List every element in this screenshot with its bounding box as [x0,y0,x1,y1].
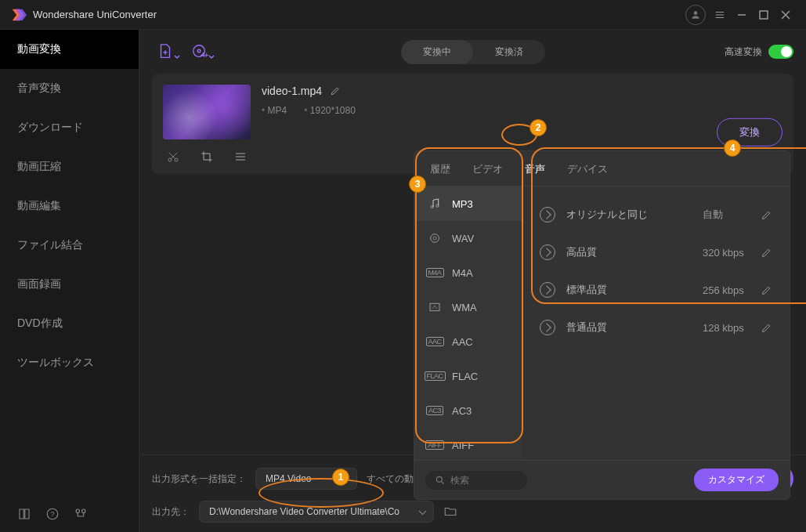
format-tabs: 履歴 ビデオ 音声 デバイス [414,151,790,186]
search-icon [435,475,446,486]
m4a-icon: M4A [427,266,443,279]
sidebar-item-video-convert[interactable]: 動画変換 [0,30,139,69]
edit-icon[interactable] [761,284,772,296]
svg-point-17 [436,476,442,482]
fast-convert-label: 高速変換 [725,45,762,59]
svg-point-0 [694,11,698,15]
app-title: Wondershare UniConverter [33,9,685,20]
quality-original[interactable]: オリジナルと同じ自動 [537,196,775,233]
help-icon[interactable]: ? [45,507,60,521]
format-aac[interactable]: AACAAC [414,324,522,359]
video-resolution: 1920*1080 [304,105,356,116]
sidebar-item-video-edit[interactable]: 動画編集 [0,186,139,226]
titlebar: Wondershare UniConverter [0,0,806,30]
play-circle-icon [540,282,555,298]
format-search[interactable] [425,471,527,490]
edit-icon[interactable] [761,209,772,221]
minimize-icon[interactable] [731,4,753,26]
aiff-icon: AIFF [427,439,443,451]
format-tab-history[interactable]: 履歴 [428,159,452,179]
share-icon[interactable] [74,507,88,521]
format-wav[interactable]: WAV [414,221,522,255]
video-info: video-1.mp4 MP4 1920*1080 [262,85,356,116]
format-footer: カスタマイズ [414,460,790,499]
convert-button[interactable]: 変換 [717,118,783,147]
wma-icon [427,301,443,313]
music-note-icon [427,197,443,210]
quality-list: オリジナルと同じ自動 高品質320 kbps 標準品質256 kbps 普通品質… [522,186,790,460]
menu-icon[interactable] [709,4,731,26]
sidebar-item-screen-record[interactable]: 画面録画 [0,265,139,304]
output-dir-label: 出力先： [152,505,190,519]
svg-point-14 [431,234,439,243]
quality-high[interactable]: 高品質320 kbps [537,233,775,271]
format-list: MP3 WAV M4AM4A WMA AACAAC FLACFLAC AC3AC… [414,186,522,460]
output-format-label: 出力形式を一括指定： [152,472,246,486]
sidebar-item-dvd[interactable]: DVD作成 [0,304,139,343]
sidebar: 動画変換 音声変換 ダウンロード 動画圧縮 動画編集 ファイル結合 画面録画 D… [0,30,139,532]
disc-icon [427,232,443,244]
svg-point-8 [197,49,201,52]
content: + 変換中 変換済 高速変換 [139,30,806,532]
tab-converted[interactable]: 変換済 [473,40,545,64]
edit-icon[interactable] [761,247,772,259]
output-format-select[interactable]: MP4 Video [255,468,357,490]
play-circle-icon [540,207,555,223]
format-ac3[interactable]: AC3AC3 [414,393,522,428]
tab-converting[interactable]: 変換中 [401,40,473,64]
svg-point-5 [76,509,80,513]
manual-icon[interactable] [17,507,31,521]
sidebar-item-audio-convert[interactable]: 音声変換 [0,69,139,108]
add-disc-button[interactable]: + [186,40,213,63]
ac3-icon: AC3 [427,404,443,417]
close-icon[interactable] [775,4,797,26]
format-search-input[interactable] [450,475,513,486]
format-mp3[interactable]: MP3 [414,186,522,221]
format-tab-device[interactable]: デバイス [566,159,609,179]
format-tab-audio[interactable]: 音声 [523,159,547,179]
effects-icon[interactable] [234,150,247,163]
main-area: 動画変換 音声変換 ダウンロード 動画圧縮 動画編集 ファイル結合 画面録画 D… [0,30,806,532]
fast-convert-toggle[interactable] [768,45,793,59]
svg-point-15 [433,237,436,240]
status-tabs: 変換中 変換済 [401,40,545,64]
format-aiff[interactable]: AIFFAIFF [414,428,522,460]
play-circle-icon [540,244,555,260]
sidebar-item-compress[interactable]: 動画圧縮 [0,147,139,186]
svg-rect-16 [430,303,439,310]
maximize-icon[interactable] [753,4,775,26]
video-format: MP4 [262,105,287,116]
quality-normal[interactable]: 普通品質128 kbps [537,309,775,346]
output-dir-select[interactable]: D:\Wondershare Video Converter Ultimate\… [199,501,434,523]
edit-toolbar [163,147,251,163]
toolbar: + 変換中 変換済 高速変換 [139,34,806,69]
open-folder-icon[interactable] [443,505,457,519]
svg-rect-2 [760,11,768,19]
sidebar-item-toolbox[interactable]: ツールボックス [0,343,139,382]
format-m4a[interactable]: M4AM4A [414,255,522,290]
sidebar-item-merge[interactable]: ファイル結合 [0,226,139,265]
add-file-button[interactable] [152,40,179,63]
format-popup: 履歴 ビデオ 音声 デバイス MP3 WAV M4AM4A WMA AACAAC… [414,150,790,500]
aac-icon: AAC [427,335,443,348]
customize-button[interactable]: カスタマイズ [694,469,779,491]
format-wma[interactable]: WMA [414,290,522,324]
app-logo-icon [9,6,27,24]
svg-text:?: ? [50,510,54,518]
rename-icon[interactable] [330,85,341,96]
sidebar-item-download[interactable]: ダウンロード [0,108,139,147]
format-flac[interactable]: FLACFLAC [414,359,522,393]
format-tab-video[interactable]: ビデオ [471,159,504,179]
sidebar-footer: ? [0,496,139,532]
cut-icon[interactable] [167,150,179,163]
crop-icon[interactable] [201,150,213,163]
flac-icon: FLAC [427,370,443,382]
edit-icon[interactable] [761,322,772,334]
quality-standard[interactable]: 標準品質256 kbps [537,271,775,309]
video-filename: video-1.mp4 [262,85,322,97]
svg-point-13 [436,204,439,207]
play-circle-icon [540,320,555,335]
svg-point-6 [82,509,86,513]
video-thumbnail[interactable] [163,85,251,139]
account-icon[interactable] [685,5,706,25]
